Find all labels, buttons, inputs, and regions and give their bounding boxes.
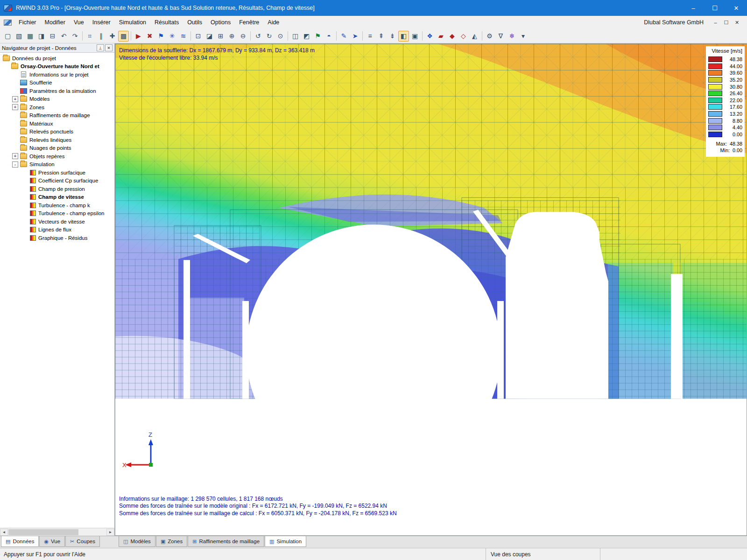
tree-item-coefficient-cp-surfacique[interactable]: Coefficient Cp surfacique [0, 177, 114, 185]
tab-coupes[interactable]: ✂Coupes [65, 536, 100, 547]
close-icon[interactable]: ✕ [105, 44, 113, 51]
print-icon[interactable]: ⊟ [47, 31, 58, 42]
menu-vue[interactable]: Vue [70, 17, 88, 28]
wind-profile-icon[interactable]: ≋ [178, 31, 189, 42]
tree-item-zones[interactable]: +Zones [0, 103, 114, 112]
tab-vue[interactable]: ◉Vue [39, 536, 65, 547]
tree-horizontal-scrollbar[interactable]: ◄ ► [0, 528, 114, 536]
tree-item-turbulence-champ-epsilon[interactable]: Turbulence - champ epsilon [0, 210, 114, 218]
tab-modeles[interactable]: ◫Modèles [119, 536, 155, 547]
flow-arrow-icon[interactable]: ➤ [350, 31, 360, 42]
tree-item-vecteurs-de-vitesse[interactable]: Vecteurs de vitesse [0, 217, 114, 226]
wind-rose-icon[interactable]: ✳ [167, 31, 177, 42]
wind-load-icon[interactable]: ⚑ [155, 31, 166, 42]
mdi-restore-button[interactable]: ☐ [721, 18, 732, 27]
mdi-close-button[interactable]: ✕ [732, 18, 742, 27]
snap-grid-icon[interactable]: ⌗ [85, 31, 95, 42]
menu-inserer[interactable]: Insérer [88, 17, 115, 28]
rotate-cw-icon[interactable]: ↻ [264, 31, 275, 42]
expander-plus-icon[interactable]: + [12, 96, 18, 102]
guidelines-icon[interactable]: ∥ [96, 31, 106, 42]
print-preview-icon[interactable]: ◨ [36, 31, 47, 42]
menu-modifier[interactable]: Modifier [41, 17, 70, 28]
open-project-icon[interactable]: ▧ [14, 31, 24, 42]
tree-item-pression-surfacique[interactable]: Pression surfacique [0, 168, 114, 177]
section-results-icon[interactable]: ◭ [469, 31, 480, 42]
tab-zones[interactable]: ▣Zones [156, 536, 187, 547]
expander-plus-icon[interactable]: + [12, 153, 18, 159]
zoom-in-icon[interactable]: ⊕ [226, 31, 237, 42]
menu-outils[interactable]: Outils [183, 17, 206, 28]
layers-icon[interactable]: ≡ [365, 31, 375, 42]
menu-resultats[interactable]: Résultats [150, 17, 183, 28]
pin-icon[interactable]: ⊥ [97, 44, 104, 51]
tree-item-modeles[interactable]: +Modèles [0, 95, 114, 104]
copy-view-icon[interactable]: ⊡ [193, 31, 204, 42]
tree-item-orsay-project[interactable]: Orsay-Ouverture haute Nord et [0, 63, 114, 71]
tree-item-raffinements-de-maillage[interactable]: Raffinements de maillage [0, 112, 114, 120]
tree-item-releves-ponctuels[interactable]: Relevés ponctuels [0, 128, 114, 136]
results-freeze-icon[interactable]: ❄ [507, 31, 517, 42]
render-edges-icon[interactable]: ◇ [458, 31, 469, 42]
zoom-window-icon[interactable]: ⊞ [215, 31, 226, 42]
marker-flag-icon[interactable]: ⚑ [312, 31, 323, 42]
move-down-icon[interactable]: ⇟ [387, 31, 398, 42]
tree-item-donnees-du-projet[interactable]: Données du projet [0, 54, 114, 63]
undo-icon[interactable]: ↶ [58, 31, 69, 42]
tree-item-materiaux[interactable]: Matériaux [0, 119, 114, 128]
menu-options[interactable]: Options [206, 17, 235, 28]
scroll-left-icon[interactable]: ◄ [0, 529, 8, 536]
minimize-button[interactable]: – [683, 0, 704, 16]
view-cube-icon[interactable]: ❖ [424, 31, 435, 42]
model-box-icon[interactable]: ◓ [324, 31, 334, 42]
refresh-view-icon[interactable]: ⊙ [275, 31, 286, 42]
scrollbar-thumb[interactable] [8, 529, 78, 535]
menu-fichier[interactable]: Fichier [14, 17, 41, 28]
mdi-child-icon[interactable] [4, 20, 12, 26]
zoom-out-icon[interactable]: ⊖ [238, 31, 248, 42]
tree-item-champ-de-pression[interactable]: Champ de pression [0, 185, 114, 193]
viewport[interactable]: Dimensions de la soufflerie: Dx = 1867.6… [115, 43, 747, 536]
expander-plus-icon[interactable]: + [12, 104, 18, 110]
mdi-minimize-button[interactable]: – [710, 18, 721, 27]
cfd-velocity-field-canvas[interactable] [115, 44, 747, 535]
tree-item-informations-sur-le-projet[interactable]: Informations sur le projet [0, 70, 114, 79]
tab-donnees[interactable]: ▤Données [1, 536, 39, 547]
display-filter-icon[interactable]: ∇ [495, 31, 506, 42]
user-settings-icon[interactable]: ⚙ [484, 31, 495, 42]
expander-minus-icon[interactable]: - [12, 161, 18, 168]
tree-item-lignes-de-flux[interactable]: Lignes de flux [0, 226, 114, 234]
clip-plane-icon[interactable]: ◫ [290, 31, 301, 42]
rotate-ccw-icon[interactable]: ↺ [253, 31, 263, 42]
save-icon[interactable]: ▦ [25, 31, 35, 42]
render-faces-icon[interactable]: ◆ [447, 31, 458, 42]
maximize-button[interactable]: ☐ [704, 0, 726, 16]
toolbar-overflow-icon[interactable]: ▾ [518, 31, 529, 42]
tree-item-soufflerie[interactable]: Soufflerie [0, 79, 114, 87]
close-button[interactable]: ✕ [726, 0, 747, 16]
tab-raffinements-de-maillage[interactable]: ⊞Raffinements de maillage [188, 536, 264, 547]
tree-item-graphique-residus[interactable]: Graphique - Résidus [0, 234, 114, 242]
color-scale-pen-icon[interactable]: ✎ [338, 31, 349, 42]
tree-item-turbulence-champ-k[interactable]: Turbulence - champ k [0, 201, 114, 210]
tree-item-parametres-de-la-simulation[interactable]: Paramètres de la simulation [0, 87, 114, 95]
move-up-icon[interactable]: ⇞ [376, 31, 387, 42]
new-document-icon[interactable]: ▢ [2, 31, 13, 42]
tree-item-champ-de-vitesse[interactable]: Champ de vitesse [0, 193, 114, 202]
ortho-grid-icon[interactable]: ▩ [118, 31, 129, 42]
export-image-icon[interactable]: ◪ [204, 31, 215, 42]
section-plane-icon[interactable]: ◩ [301, 31, 312, 42]
redo-icon[interactable]: ↷ [70, 31, 80, 42]
menu-aide[interactable]: Aide [263, 17, 283, 28]
tree-item-releves-lineiques[interactable]: Relevés linéiques [0, 136, 114, 144]
tree-item-simulation[interactable]: -Simulation [0, 161, 114, 169]
menu-simulation[interactable]: Simulation [115, 17, 150, 28]
menu-fenetre[interactable]: Fenêtre [235, 17, 263, 28]
tab-simulation[interactable]: ▥Simulation [265, 536, 306, 547]
tree-item-nuages-de-points[interactable]: Nuages de points [0, 144, 114, 153]
scroll-right-icon[interactable]: ► [106, 529, 114, 536]
paste-icon[interactable]: ▣ [409, 31, 420, 42]
stop-simulation-icon[interactable]: ✖ [144, 31, 155, 42]
dock-view-icon[interactable]: ◧ [398, 31, 409, 42]
render-solid-icon[interactable]: ▰ [436, 31, 446, 42]
